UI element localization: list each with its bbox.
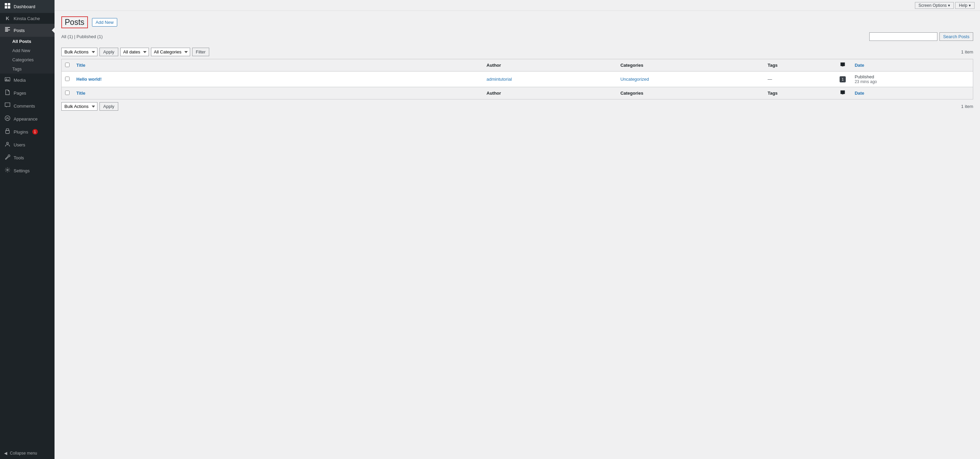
sidebar-item-posts[interactable]: Posts [0,24,54,37]
collapse-label: Collapse menu [10,451,37,456]
active-indicator [52,28,54,33]
svg-rect-2 [5,6,7,8]
sidebar-item-label: Media [14,78,25,83]
sidebar-item-plugins[interactable]: Plugins 1 [0,125,54,138]
col-footer-cb [62,87,73,99]
row-checkbox[interactable] [65,76,70,81]
svg-point-7 [6,117,7,118]
date-ago: 23 mins ago [854,79,969,84]
all-dates-select[interactable]: All dates [120,48,149,56]
add-new-button[interactable]: Add New [92,18,118,27]
table-footer-row: Title Author Categories Tags Date [62,87,973,99]
col-header-comments [834,59,851,71]
apply-button-bottom[interactable]: Apply [100,102,118,111]
col-footer-comments [834,87,851,99]
appearance-icon [4,115,11,122]
category-link[interactable]: Uncategorized [620,76,649,82]
author-link[interactable]: admintutorial [487,76,512,82]
media-icon [4,76,11,84]
sidebar-item-kinsta-cache[interactable]: K Kinsta Cache [0,13,54,24]
select-all-checkbox-bottom[interactable] [65,91,70,95]
row-title: Hello world! [73,71,483,87]
sidebar-item-tools[interactable]: Tools [0,151,54,164]
help-button[interactable]: Help ▾ [955,2,975,9]
sidebar-item-label: Dashboard [14,4,35,9]
tools-icon [4,154,11,161]
title-sort-link-bottom[interactable]: Title [76,91,86,96]
title-sort-link[interactable]: Title [76,63,86,68]
col-header-cb [62,59,73,71]
item-count-bottom: 1 item [961,104,973,109]
select-all-checkbox[interactable] [65,63,70,67]
screen-options-label: Screen Options [919,3,947,8]
sidebar-item-label: Posts [14,28,25,33]
search-posts-button[interactable]: Search Posts [939,32,973,41]
row-date: Published 23 mins ago [851,71,973,87]
submenu-item-all-posts[interactable]: All Posts [0,37,54,46]
page-title: Posts [61,16,88,28]
col-footer-author: Author [483,87,617,99]
col-footer-tags: Tags [764,87,835,99]
bulk-actions-select-bottom[interactable]: Bulk Actions [61,102,97,111]
submenu-item-add-new[interactable]: Add New [0,46,54,55]
sidebar-item-appearance[interactable]: Appearance [0,112,54,125]
sidebar-item-label: Pages [14,91,26,96]
date-sort-link[interactable]: Date [854,63,864,68]
filter-button[interactable]: Filter [192,48,210,56]
sidebar: Dashboard K Kinsta Cache Posts All Posts… [0,0,54,459]
bulk-actions-select-top[interactable]: Bulk Actions [61,48,97,56]
users-icon [4,141,11,148]
sidebar-item-label: Plugins [14,129,28,135]
search-bar: Search Posts [869,32,973,41]
page-header: Posts Add New [61,16,973,28]
filter-all-link[interactable]: All (1) [61,34,74,39]
submenu-item-categories[interactable]: Categories [0,55,54,64]
posts-table: Title Author Categories Tags Date [61,59,973,99]
topbar: Screen Options ▾ Help ▾ [54,0,980,11]
main-area: Screen Options ▾ Help ▾ Posts Add New Al… [54,0,980,459]
posts-submenu: All Posts Add New Categories Tags [0,37,54,73]
table-header-row: Title Author Categories Tags Date [62,59,973,71]
screen-options-button[interactable]: Screen Options ▾ [915,2,954,9]
col-footer-categories: Categories [617,87,764,99]
collapse-menu[interactable]: ◀ Collapse menu [0,448,54,459]
comment-count-badge: 1 [840,76,846,83]
svg-rect-4 [5,78,10,81]
plugins-badge: 1 [32,129,38,135]
svg-rect-3 [8,6,10,8]
sidebar-item-users[interactable]: Users [0,138,54,151]
svg-rect-9 [6,129,8,130]
post-title-link[interactable]: Hello world! [76,76,102,82]
date-sort-link-bottom[interactable]: Date [854,91,864,96]
sidebar-item-dashboard[interactable]: Dashboard [0,0,54,13]
sidebar-item-settings[interactable]: Settings [0,164,54,177]
sidebar-item-label: Tools [14,155,24,160]
submenu-item-tags[interactable]: Tags [0,64,54,73]
row-tags: — [764,71,835,87]
col-footer-title: Title [73,87,483,99]
sidebar-item-label: Kinsta Cache [14,16,40,21]
sidebar-item-pages[interactable]: Pages [0,86,54,99]
dashboard-icon [4,3,11,10]
col-footer-date: Date [851,87,973,99]
col-header-categories: Categories [617,59,764,71]
svg-rect-0 [5,3,7,5]
filter-links: All (1) | Published (1) [61,34,103,39]
bottom-toolbar-left: Bulk Actions Apply [61,102,118,111]
sidebar-item-media[interactable]: Media [0,73,54,86]
comments-icon [4,102,11,110]
bottom-toolbar: Bulk Actions Apply 1 item [61,102,973,111]
settings-icon [4,167,11,174]
svg-point-11 [7,169,8,171]
col-header-author: Author [483,59,617,71]
all-categories-select[interactable]: All Categories [151,48,190,56]
apply-button-top[interactable]: Apply [100,48,118,56]
filter-published-link[interactable]: Published (1) [77,34,103,39]
sidebar-item-comments[interactable]: Comments [0,99,54,112]
table-row: Hello world! admintutorial Uncategorized… [62,71,973,87]
pages-icon [4,89,11,97]
item-count-top: 1 item [961,49,973,54]
search-input[interactable] [869,32,937,41]
sidebar-item-label: Comments [14,103,35,109]
help-label: Help [959,3,967,8]
